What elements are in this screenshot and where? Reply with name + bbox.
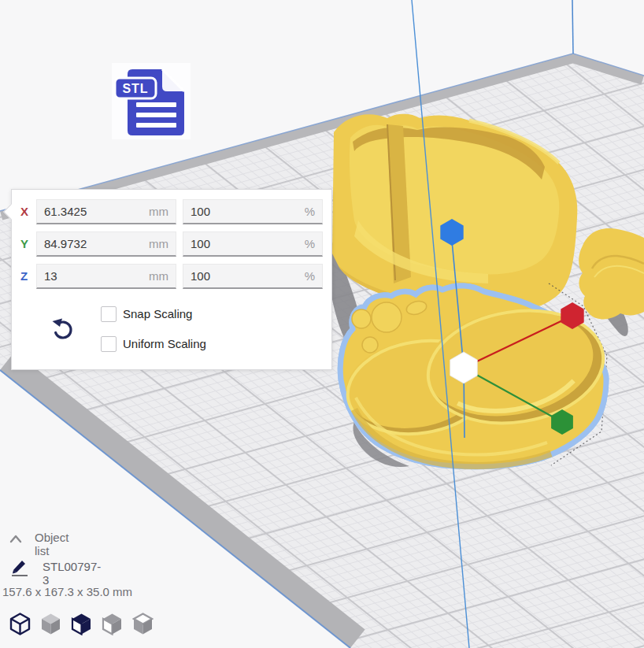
view-3d-button[interactable] [9,613,31,635]
view-top-button[interactable] [71,613,92,635]
model-right-piece[interactable] [579,228,644,320]
view-left-button[interactable] [102,613,123,635]
view-front-button[interactable] [40,613,61,635]
reset-arrow-icon [50,316,76,343]
object-list-title: Object list [35,531,68,557]
scale-tool-panel: X 61.3425 mm 100 % Y 84.9732 mm 100 % Z [11,189,332,370]
x-size-input[interactable]: 61.3425 mm [36,199,176,224]
object-name: STL00797-3 [43,560,101,587]
stl-file-badge: STL [112,63,191,139]
snap-scaling-label: Snap Scaling [123,307,192,320]
uniform-scaling-label: Uniform Scaling [123,337,206,350]
y-axis-row: Y 84.9732 mm 100 % [12,231,331,257]
view-right-button[interactable] [132,613,154,635]
uniform-scaling-checkbox[interactable] [101,336,117,352]
x-axis-label: X [20,199,35,224]
camera-view-toolbar [9,613,154,635]
x-axis-row: X 61.3425 mm 100 % [12,199,331,224]
snap-scaling-checkbox[interactable] [101,306,117,322]
application-window: STL X 61.3425 mm 100 % Y 84.9732 [0,0,644,648]
y-axis-label: Y [20,231,35,257]
x-scale-percent-input[interactable]: 100 % [183,199,323,224]
edit-pencil-icon [10,558,29,577]
z-axis-label: Z [20,264,35,289]
y-size-unit: mm [149,232,168,255]
z-size-input[interactable]: 13 mm [36,264,176,289]
z-axis-row: Z 13 mm 100 % [12,264,331,289]
chevron-up-icon [9,533,23,544]
y-scale-percent-input[interactable]: 100 % [183,231,323,257]
y-size-input[interactable]: 84.9732 mm [36,231,176,257]
stl-label: STL [122,82,148,95]
build-volume-edge-right [572,0,573,54]
reset-scale-button[interactable] [50,316,76,343]
z-scale-percent-input[interactable]: 100 % [183,264,323,289]
y-percent-unit: % [305,232,315,255]
z-percent-unit: % [305,265,315,287]
x-percent-unit: % [305,200,315,223]
object-dimensions: 157.6 x 167.3 x 35.0 mm [2,585,132,598]
z-size-unit: mm [149,265,168,287]
x-size-unit: mm [149,200,168,223]
